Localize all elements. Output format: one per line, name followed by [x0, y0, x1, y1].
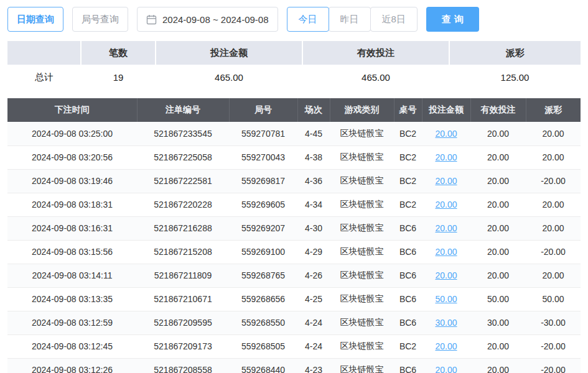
bet-id-cell: 521867209173: [137, 334, 229, 358]
bet-table-body: 2024-09-08 03:25:00 521867233545 5592707…: [7, 122, 581, 373]
game-type-cell: 区块链骰宝: [330, 334, 394, 358]
bet-id-cell: 521867211809: [137, 264, 229, 287]
valid-bet-cell: 20.00: [470, 358, 526, 373]
col-header-bet-time: 下注时间: [7, 98, 137, 122]
payout-cell: -20.00: [526, 240, 581, 264]
table-row: 2024-09-08 03:25:00 521867233545 5592707…: [7, 122, 581, 145]
bet-id-cell: 521867216288: [137, 216, 229, 240]
table-row: 2024-09-08 03:19:46 521867222581 5592698…: [7, 169, 581, 193]
summary-total-payout: 125.00: [449, 65, 581, 90]
bet-id-cell: 521867225058: [137, 145, 229, 169]
round-number-cell: 559270781: [229, 122, 297, 145]
bet-time-cell: 2024-09-08 03:12:26: [7, 358, 137, 373]
today-button[interactable]: 今日: [287, 7, 329, 32]
calendar-icon: [146, 14, 157, 25]
session-cell: 4-26: [297, 264, 330, 287]
search-button[interactable]: 查询: [426, 7, 479, 32]
bet-amount-link[interactable]: 20.00: [435, 129, 457, 139]
bet-amount-cell: 20.00: [422, 264, 470, 287]
bet-amount-link[interactable]: 20.00: [435, 341, 457, 351]
summary-header-count: 笔数: [81, 41, 156, 65]
bet-amount-link[interactable]: 20.00: [435, 200, 457, 210]
valid-bet-cell: 20.00: [470, 264, 526, 287]
yesterday-button[interactable]: 昨日: [329, 7, 371, 32]
bet-id-cell: 521867233545: [137, 122, 229, 145]
bet-time-cell: 2024-09-08 03:12:59: [7, 311, 137, 334]
date-range-input[interactable]: 2024-09-08 ~ 2024-09-08: [137, 7, 278, 32]
bet-table-header-row: 下注时间 注单编号 局号 场次 游戏类别 桌号 投注金额 有效投注 派彩: [7, 98, 581, 122]
bet-amount-link[interactable]: 20.00: [435, 176, 457, 186]
game-type-cell: 区块链骰宝: [330, 169, 394, 193]
table-number-cell: BC2: [394, 193, 422, 216]
bet-amount-cell: 50.00: [422, 287, 470, 311]
session-cell: 4-24: [297, 311, 330, 334]
round-number-cell: 559268656: [229, 287, 297, 311]
valid-bet-cell: 20.00: [470, 193, 526, 216]
summary-total-label: 总计: [7, 65, 81, 90]
game-type-cell: 区块链骰宝: [330, 358, 394, 373]
session-cell: 4-38: [297, 145, 330, 169]
table-row: 2024-09-08 03:16:31 521867216288 5592692…: [7, 216, 581, 240]
summary-total-row: 总计 19 465.00 465.00 125.00: [7, 65, 581, 90]
table-number-cell: BC6: [394, 240, 422, 264]
valid-bet-cell: 20.00: [470, 145, 526, 169]
summary-header-row: 笔数 投注金额 有效投注 派彩: [7, 41, 581, 65]
round-query-button[interactable]: 局号查询: [72, 7, 128, 32]
round-number-cell: 559270043: [229, 145, 297, 169]
last-8-days-button[interactable]: 近8日: [370, 7, 418, 32]
summary-header-valid-bet: 有效投注: [302, 41, 449, 65]
table-row: 2024-09-08 03:20:56 521867225058 5592700…: [7, 145, 581, 169]
bet-amount-cell: 20.00: [422, 169, 470, 193]
game-type-cell: 区块链骰宝: [330, 287, 394, 311]
round-number-cell: 559268440: [229, 358, 297, 373]
summary-total-valid-bet: 465.00: [302, 65, 449, 90]
game-type-cell: 区块链骰宝: [330, 145, 394, 169]
round-number-cell: 559269817: [229, 169, 297, 193]
game-type-cell: 区块链骰宝: [330, 122, 394, 145]
bet-amount-link[interactable]: 20.00: [435, 152, 457, 162]
table-number-cell: BC6: [394, 216, 422, 240]
session-cell: 4-34: [297, 193, 330, 216]
bet-amount-cell: 20.00: [422, 216, 470, 240]
table-row: 2024-09-08 03:12:45 521867209173 5592685…: [7, 334, 581, 358]
payout-cell: 20.00: [526, 145, 581, 169]
bet-amount-link[interactable]: 50.00: [435, 294, 457, 304]
payout-cell: -20.00: [526, 169, 581, 193]
toolbar: 日期查询 局号查询 2024-09-08 ~ 2024-09-08 今日 昨日 …: [0, 0, 588, 39]
table-number-cell: BC6: [394, 264, 422, 287]
payout-cell: -30.00: [526, 311, 581, 334]
bet-time-cell: 2024-09-08 03:16:31: [7, 216, 137, 240]
bet-amount-link[interactable]: 20.00: [435, 247, 457, 257]
payout-cell: 20.00: [526, 264, 581, 287]
round-number-cell: 559268765: [229, 264, 297, 287]
date-query-button[interactable]: 日期查询: [7, 7, 63, 32]
bet-amount-link[interactable]: 20.00: [435, 365, 457, 373]
bet-time-cell: 2024-09-08 03:14:11: [7, 264, 137, 287]
date-shortcut-group: 今日 昨日 近8日: [287, 7, 418, 32]
session-cell: 4-45: [297, 122, 330, 145]
summary-header-payout: 派彩: [449, 41, 581, 65]
col-header-valid-bet: 有效投注: [470, 98, 526, 122]
table-row: 2024-09-08 03:15:56 521867215208 5592691…: [7, 240, 581, 264]
bet-amount-cell: 20.00: [422, 334, 470, 358]
session-cell: 4-24: [297, 334, 330, 358]
game-type-cell: 区块链骰宝: [330, 240, 394, 264]
col-header-payout: 派彩: [526, 98, 581, 122]
session-cell: 4-30: [297, 216, 330, 240]
bet-amount-link[interactable]: 30.00: [435, 318, 457, 328]
table-number-cell: BC2: [394, 169, 422, 193]
valid-bet-cell: 20.00: [470, 334, 526, 358]
game-type-cell: 区块链骰宝: [330, 311, 394, 334]
table-number-cell: BC6: [394, 358, 422, 373]
bet-time-cell: 2024-09-08 03:13:35: [7, 287, 137, 311]
bet-amount-cell: 20.00: [422, 193, 470, 216]
bet-amount-cell: 20.00: [422, 358, 470, 373]
table-row: 2024-09-08 03:14:11 521867211809 5592687…: [7, 264, 581, 287]
valid-bet-cell: 20.00: [470, 216, 526, 240]
table-number-cell: BC2: [394, 334, 422, 358]
bet-amount-link[interactable]: 20.00: [435, 270, 457, 280]
bet-amount-link[interactable]: 20.00: [435, 223, 457, 233]
payout-cell: -20.00: [526, 358, 581, 373]
bet-amount-cell: 20.00: [422, 145, 470, 169]
summary-table: 笔数 投注金额 有效投注 派彩 总计 19 465.00 465.00 125.…: [7, 41, 581, 90]
